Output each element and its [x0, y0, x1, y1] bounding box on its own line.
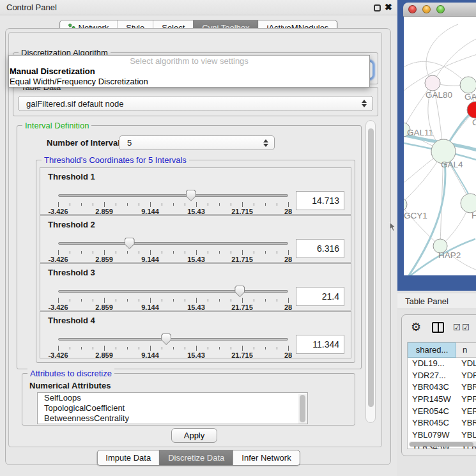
scrollbar-thumb[interactable] [410, 442, 473, 447]
threshold-value-field[interactable]: 11.344 [296, 335, 344, 354]
network-canvas[interactable]: GAL80GACGAL11GAL4GCY1HHAP2 [404, 17, 476, 275]
cell-name[interactable]: YBR0 [456, 417, 476, 429]
table-row[interactable]: YBR043CYBR0 [408, 381, 476, 394]
apply-button[interactable]: Apply [171, 428, 217, 443]
slider-handle[interactable] [234, 286, 245, 297]
table-data-combobox-value: galFiltered.sif default node [19, 99, 123, 109]
threshold-value-field[interactable]: 6.316 [296, 239, 344, 258]
threshold-panels: Threshold 1-3.4262.8599.14415.4321.71528… [40, 167, 351, 359]
settings-vertical-scrollbar[interactable] [365, 120, 376, 423]
network-window-titlebar[interactable] [403, 3, 476, 17]
slider-handle[interactable] [125, 238, 135, 249]
network-node-gal80[interactable] [425, 75, 440, 91]
threshold-panel-1: Threshold 1-3.4262.8599.14415.4321.71528… [40, 167, 351, 215]
network-node-h[interactable] [461, 194, 476, 213]
cell-shared-name[interactable]: YBR045C [408, 417, 456, 429]
scrollbar-thumb[interactable] [368, 128, 374, 407]
table-data-combobox[interactable]: galFiltered.sif default node [18, 96, 373, 111]
table-row[interactable]: YDL19...YDL1 [408, 358, 476, 370]
settings-gear-icon[interactable]: ⚙ [411, 320, 421, 334]
slider-track[interactable] [58, 242, 288, 245]
cell-shared-name[interactable]: YPR145W [408, 394, 456, 406]
threshold-slider-2[interactable]: -3.4262.8599.14415.4321.71528 [58, 238, 288, 263]
cell-name[interactable]: YDR2 [456, 370, 476, 382]
algorithm-option-manual-discretization[interactable]: Manual Discretization [9, 66, 369, 77]
slider-track[interactable] [58, 290, 288, 293]
numerical-attributes-list[interactable]: SelfLoopsTopologicalCoefficientBetweenne… [37, 392, 308, 424]
cell-shared-name[interactable]: YBL079W [408, 429, 456, 441]
threshold-label: Threshold 4 [48, 316, 95, 325]
attribute-item-topologicalcoefficient[interactable]: TopologicalCoefficient [38, 403, 307, 413]
attribute-item-betweennesscentrality[interactable]: BetweennessCentrality [38, 413, 307, 424]
table-row[interactable]: YBR045CYBR0 [408, 417, 476, 429]
node-label-hap2: HAP2 [438, 250, 461, 260]
cell-name[interactable]: YBL0 [456, 429, 476, 441]
cell-name[interactable]: YPR1 [456, 394, 476, 406]
slider-track[interactable] [58, 338, 288, 341]
threshold-value-field[interactable]: 14.713 [296, 191, 344, 210]
node-label-c: C [472, 118, 476, 127]
dropdown-placeholder-option[interactable]: Select algorithm to view settings [9, 56, 369, 66]
cell-name[interactable]: YDL1 [456, 358, 476, 370]
panel-title: Control Panel [6, 0, 57, 15]
node-label-ga: GA [464, 92, 476, 102]
table-panel-window: ⚙ ☑ ☑ shared... n YDL19...YDL1YDR27...YD… [401, 314, 476, 456]
slider-track[interactable] [58, 194, 288, 197]
cell-name[interactable]: YER0 [456, 406, 476, 418]
cell-shared-name[interactable]: YDL19... [408, 358, 456, 370]
table-panel-title: Table Panel [405, 293, 449, 309]
bottom-tab-impute-data[interactable]: Impute Data [97, 450, 159, 465]
checkbox-icon[interactable]: ☑ [462, 323, 470, 332]
threshold-value-field[interactable]: 21.4 [296, 287, 344, 306]
bottom-tab-discretize-data[interactable]: Discretize Data [159, 450, 233, 465]
float-window-icon[interactable] [374, 4, 381, 12]
table-row[interactable]: YPR145WYPR1 [408, 394, 476, 406]
column-header-shared-name[interactable]: shared... [408, 342, 456, 358]
mouse-cursor [389, 222, 396, 232]
checkbox-icon[interactable]: ☑ [453, 323, 461, 332]
bottom-tab-infer-network[interactable]: Infer Network [233, 450, 299, 465]
cell-shared-name[interactable]: YER054C [408, 406, 456, 418]
bottom-tab-bar: Impute DataDiscretize DataInfer Network [96, 450, 300, 466]
column-header-name[interactable]: n [456, 342, 476, 358]
number-of-intervals-combobox[interactable]: 5 [119, 135, 275, 150]
table-horizontal-scrollbar[interactable] [409, 441, 476, 447]
node-label-h: H [472, 211, 476, 220]
table-row[interactable]: YER054CYER0 [408, 406, 476, 418]
threshold-panel-3: Threshold 3-3.4262.8599.14415.4321.71528… [40, 263, 351, 311]
table-row[interactable]: YBL079WYBL0 [408, 429, 476, 441]
threshold-slider-1[interactable]: -3.4262.8599.14415.4321.71528 [58, 190, 288, 215]
threshold-label: Threshold 1 [48, 172, 95, 181]
slider-handle[interactable] [161, 334, 171, 345]
slider-scale-labels: -3.4262.8599.14415.4321.71528 [58, 351, 288, 359]
cell-shared-name[interactable]: YBR043C [408, 381, 456, 394]
slider-scale-labels: -3.4262.8599.14415.4321.71528 [58, 208, 288, 215]
table-panel-titlebar: Table Panel [397, 293, 476, 309]
number-of-intervals-value: 5 [119, 138, 132, 148]
algorithm-dropdown-popup: Select algorithm to view settings Manual… [8, 55, 370, 88]
group-title-thresholds: Threshold's Coordinates for 5 Intervals [42, 155, 189, 165]
cell-name[interactable]: YBR0 [456, 381, 476, 394]
minimize-traffic-light-button[interactable] [422, 5, 431, 13]
algorithm-option-equal-width-frequency-discretization[interactable]: Equal Width/Frequency Discretization [9, 77, 369, 87]
zoom-traffic-light-button[interactable] [436, 5, 445, 13]
slider-ticks [58, 202, 288, 208]
attribute-item-selfloops[interactable]: SelfLoops [38, 393, 307, 403]
attributes-list-scrollbar[interactable] [298, 394, 307, 424]
tab-label: Impute Data [105, 450, 151, 465]
close-icon[interactable]: ✖ [385, 2, 392, 12]
network-node-ga[interactable] [460, 77, 476, 93]
slider-ticks [58, 346, 288, 351]
table-row[interactable]: YDR27...YDR2 [408, 370, 476, 382]
split-columns-icon[interactable] [432, 322, 444, 333]
network-node-gcy1[interactable] [404, 197, 407, 211]
node-label-gcy1: GCY1 [404, 211, 427, 220]
slider-handle[interactable] [186, 190, 196, 201]
close-traffic-light-button[interactable] [408, 5, 417, 13]
combobox-arrows-icon [263, 139, 268, 147]
threshold-slider-4[interactable]: -3.4262.8599.14415.4321.71528 [58, 334, 288, 359]
numerical-attributes-label: Numerical Attributes [29, 381, 111, 390]
cell-shared-name[interactable]: YDR27... [408, 370, 456, 382]
threshold-slider-3[interactable]: -3.4262.8599.14415.4321.71528 [58, 286, 288, 311]
slider-scale-labels: -3.4262.8599.14415.4321.71528 [58, 256, 288, 263]
